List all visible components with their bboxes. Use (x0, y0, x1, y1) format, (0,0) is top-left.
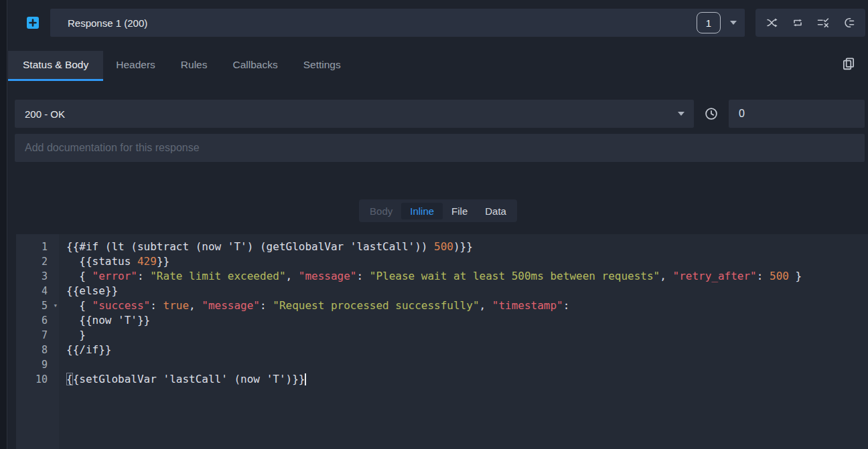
status-code-value: 200 - OK (25, 108, 65, 120)
body-type-file[interactable]: File (443, 203, 476, 219)
body-type-body[interactable]: Body (361, 203, 401, 219)
body-type-row: BodyInlineFileData (8, 199, 868, 222)
clock-icon (705, 107, 718, 120)
code-line: { "error": "Rate limit exceeded", "messa… (66, 269, 868, 284)
code-line: } (66, 328, 868, 343)
line-number: 2 (16, 254, 59, 269)
copy-environment-button[interactable] (841, 56, 856, 71)
code-line: { "success": true, "message": "Request p… (66, 298, 868, 313)
response-editor-panel: Response 1 (200) 1 Status & BodyHeadersR… (0, 0, 868, 449)
line-number: 4 (16, 284, 59, 298)
documentation-row (15, 134, 865, 162)
fallback-mode-button[interactable] (840, 14, 857, 31)
routes-panel-edge (0, 0, 7, 449)
response-tabs: Status & BodyHeadersRulesCallbacksSettin… (8, 51, 868, 81)
line-number: 10 (16, 372, 59, 387)
shuffle-mode-button[interactable] (764, 14, 781, 31)
line-number: 1 (16, 240, 59, 254)
tab-rules[interactable]: Rules (168, 51, 220, 81)
response-index-badge: 1 (697, 12, 721, 33)
code-line: {{now 'T'}} (66, 313, 868, 328)
add-box-icon (25, 15, 41, 31)
fold-caret-icon[interactable]: ▾ (53, 298, 58, 313)
tab-status-body[interactable]: Status & Body (8, 51, 103, 81)
line-number: 3 (16, 269, 59, 284)
status-code-select[interactable]: 200 - OK (15, 100, 694, 128)
add-response-button[interactable] (25, 15, 41, 31)
response-index-dropdown[interactable]: 1 (697, 12, 737, 33)
tab-headers[interactable]: Headers (103, 51, 168, 81)
tab-callbacks[interactable]: Callbacks (220, 51, 290, 81)
chevron-down-icon (678, 112, 684, 116)
line-number: 8 (16, 343, 59, 357)
line-number: 6 (16, 313, 59, 328)
code-line: {{status 429}} (66, 254, 868, 269)
status-row: 200 - OK (15, 100, 865, 128)
shuffle-icon (766, 16, 779, 29)
line-number: 7 (16, 328, 59, 343)
body-type-data[interactable]: Data (476, 203, 515, 219)
tab-settings[interactable]: Settings (291, 51, 354, 81)
body-editor: 12345▾678910 {{#if (lt (subtract (now 'T… (16, 234, 868, 449)
repeat-icon (791, 16, 804, 29)
body-type-inline[interactable]: Inline (401, 203, 443, 219)
rule-mode-button[interactable] (814, 14, 832, 31)
copy-icon (841, 56, 856, 71)
rule-icon (816, 16, 830, 29)
response-mode-actions (755, 9, 865, 37)
fallback-icon (842, 16, 855, 29)
body-type-selector: BodyInlineFileData (359, 199, 517, 222)
response-selector-bar[interactable]: Response 1 (200) 1 (50, 9, 745, 37)
response-content: Response 1 (200) 1 Status & BodyHeadersR… (8, 0, 868, 449)
code-line: {{/if}} (66, 343, 868, 357)
code-line (66, 357, 868, 372)
code-line: {{#if (lt (subtract (now 'T') (getGlobal… (66, 240, 868, 254)
code-line: {{else}} (66, 284, 868, 298)
response-title: Response 1 (200) (68, 17, 147, 29)
response-header-row: Response 1 (200) 1 (8, 9, 868, 37)
latency-label (705, 107, 718, 120)
editor-gutter: 12345▾678910 (16, 234, 59, 449)
text-cursor (305, 373, 306, 385)
line-number: 5▾ (16, 298, 59, 313)
code-line: {{setGlobalVar 'lastCall' (now 'T')}} (66, 372, 868, 387)
documentation-input[interactable] (15, 134, 865, 162)
repeat-mode-button[interactable] (789, 14, 806, 31)
latency-input[interactable] (729, 100, 865, 128)
editor-code-area[interactable]: {{#if (lt (subtract (now 'T') (getGlobal… (59, 234, 868, 449)
chevron-down-icon (730, 21, 737, 25)
line-number: 9 (16, 357, 59, 372)
